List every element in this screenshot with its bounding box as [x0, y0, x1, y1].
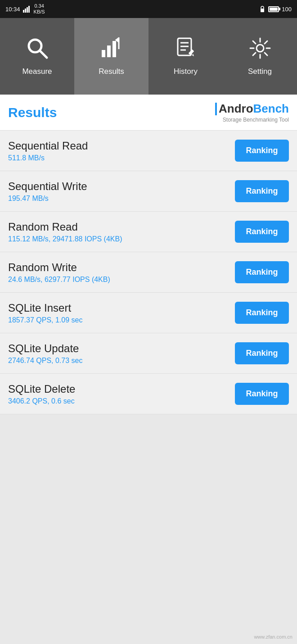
measure-icon — [26, 36, 49, 63]
result-row-seq-write: Sequential Write 195.47 MB/s Ranking — [0, 171, 297, 212]
result-name-seq-read: Sequential Read — [8, 140, 235, 152]
result-info-sqlite-insert: SQLite Insert 1857.37 QPS, 1.09 sec — [8, 302, 235, 324]
brand-bench: Bench — [253, 102, 289, 116]
svg-line-22 — [253, 41, 256, 44]
result-name-rand-write: Random Write — [8, 261, 235, 274]
ranking-button-rand-read[interactable]: Ranking — [235, 221, 289, 243]
status-bar: 10:34 0.34KB/S 100 — [0, 0, 297, 18]
result-info-rand-write: Random Write 24.6 MB/s, 6297.77 IOPS (4K… — [8, 261, 235, 284]
result-value-rand-read: 115.12 MB/s, 29471.88 IOPS (4KB) — [8, 235, 235, 243]
tab-history[interactable]: History — [148, 18, 223, 95]
ranking-button-sqlite-update[interactable]: Ranking — [235, 342, 289, 364]
svg-line-25 — [253, 53, 256, 55]
brand-logo: AndroBench Storage Benchmarking Tool — [215, 102, 289, 123]
brand-bar — [215, 103, 217, 115]
svg-line-24 — [265, 41, 267, 44]
ranking-button-seq-write[interactable]: Ranking — [235, 180, 289, 202]
svg-point-17 — [256, 45, 264, 52]
result-row-sqlite-insert: SQLite Insert 1857.37 QPS, 1.09 sec Rank… — [0, 293, 297, 333]
result-name-sqlite-insert: SQLite Insert — [8, 302, 235, 314]
time-display: 10:34 — [5, 6, 20, 13]
navigation-tabs: Measure Results — [0, 18, 297, 95]
ranking-button-seq-read[interactable]: Ranking — [235, 140, 289, 162]
setting-label: Setting — [248, 67, 272, 76]
svg-line-6 — [40, 50, 47, 58]
result-value-sqlite-insert: 1857.37 QPS, 1.09 sec — [8, 316, 235, 324]
network-indicator: 0.34KB/S — [34, 3, 45, 15]
page-title: Results — [8, 105, 57, 120]
lock-icon — [259, 5, 266, 13]
svg-rect-8 — [107, 45, 111, 57]
tab-results[interactable]: Results — [74, 18, 148, 95]
tab-setting[interactable]: Setting — [223, 18, 297, 95]
result-row-rand-write: Random Write 24.6 MB/s, 6297.77 IOPS (4K… — [0, 252, 297, 293]
result-row-sqlite-delete: SQLite Delete 3406.2 QPS, 0.6 sec Rankin… — [0, 374, 297, 414]
svg-rect-1 — [25, 9, 26, 13]
result-row-sqlite-update: SQLite Update 2746.74 QPS, 0.73 sec Rank… — [0, 333, 297, 374]
ranking-button-sqlite-insert[interactable]: Ranking — [235, 302, 289, 324]
result-name-sqlite-delete: SQLite Delete — [8, 383, 235, 395]
battery-level: 100 — [282, 6, 292, 13]
result-info-sqlite-delete: SQLite Delete 3406.2 QPS, 0.6 sec — [8, 383, 235, 405]
signal-icon — [23, 5, 31, 13]
result-value-sqlite-delete: 3406.2 QPS, 0.6 sec — [8, 397, 235, 405]
result-value-seq-read: 511.8 MB/s — [8, 154, 235, 162]
brand-andro: Andro — [219, 102, 253, 116]
svg-rect-4 — [261, 9, 264, 12]
status-right: 100 — [259, 5, 292, 13]
svg-rect-3 — [28, 6, 30, 13]
svg-rect-7 — [102, 50, 105, 57]
result-name-sqlite-update: SQLite Update — [8, 342, 235, 355]
brand-tagline: Storage Benchmarking Tool — [223, 117, 289, 123]
svg-line-23 — [265, 53, 267, 55]
result-name-rand-read: Random Read — [8, 221, 235, 233]
setting-icon — [248, 36, 272, 63]
result-row-seq-read: Sequential Read 511.8 MB/s Ranking — [0, 131, 297, 171]
ranking-button-sqlite-delete[interactable]: Ranking — [235, 383, 289, 405]
result-info-seq-read: Sequential Read 511.8 MB/s — [8, 140, 235, 162]
results-icon — [100, 36, 123, 63]
result-info-rand-read: Random Read 115.12 MB/s, 29471.88 IOPS (… — [8, 221, 235, 243]
result-value-seq-write: 195.47 MB/s — [8, 195, 235, 203]
measure-label: Measure — [22, 67, 52, 76]
result-value-rand-write: 24.6 MB/s, 6297.77 IOPS (4KB) — [8, 276, 235, 284]
result-row-rand-read: Random Read 115.12 MB/s, 29471.88 IOPS (… — [0, 212, 297, 252]
svg-rect-2 — [27, 7, 28, 13]
footer-area — [0, 414, 297, 563]
svg-rect-9 — [112, 41, 116, 57]
result-name-seq-write: Sequential Write — [8, 180, 235, 193]
status-left: 10:34 0.34KB/S — [5, 3, 45, 15]
ranking-button-rand-write[interactable]: Ranking — [235, 261, 289, 283]
results-container: Sequential Read 511.8 MB/s Ranking Seque… — [0, 131, 297, 414]
history-label: History — [174, 67, 198, 76]
brand-name: AndroBench — [219, 102, 289, 116]
page-header: Results AndroBench Storage Benchmarking … — [0, 95, 297, 131]
svg-marker-16 — [192, 54, 194, 56]
battery-icon — [268, 6, 279, 12]
tab-measure[interactable]: Measure — [0, 18, 74, 95]
results-label: Results — [99, 67, 124, 76]
result-info-seq-write: Sequential Write 195.47 MB/s — [8, 180, 235, 203]
result-info-sqlite-update: SQLite Update 2746.74 QPS, 0.73 sec — [8, 342, 235, 365]
watermark: www.zfan.com.cn — [254, 634, 292, 639]
result-value-sqlite-update: 2746.74 QPS, 0.73 sec — [8, 357, 235, 365]
history-icon — [174, 36, 198, 63]
svg-rect-0 — [23, 10, 24, 13]
